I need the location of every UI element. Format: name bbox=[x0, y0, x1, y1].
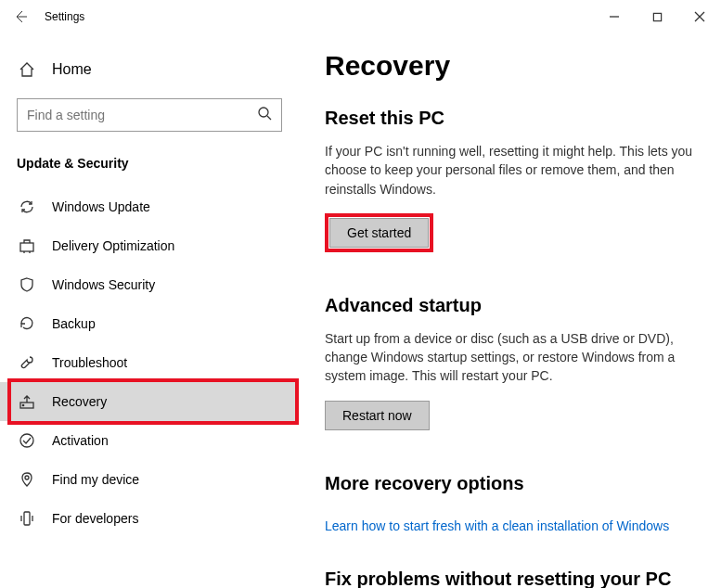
titlebar: Settings bbox=[0, 0, 721, 33]
sidebar-item-delivery-optimization[interactable]: Delivery Optimization bbox=[0, 226, 299, 265]
sidebar: Home Update & Security Windows Update De… bbox=[0, 33, 299, 588]
more-heading: More recovery options bbox=[325, 473, 693, 494]
wrench-icon bbox=[19, 354, 35, 371]
fix-heading: Fix problems without resetting your PC bbox=[325, 569, 693, 588]
sidebar-item-troubleshoot[interactable]: Troubleshoot bbox=[0, 343, 299, 382]
sidebar-item-label: Find my device bbox=[52, 472, 139, 487]
sidebar-item-label: Recovery bbox=[52, 394, 107, 409]
sidebar-item-recovery[interactable]: Recovery bbox=[0, 382, 299, 421]
search-input[interactable] bbox=[17, 98, 282, 132]
check-circle-icon bbox=[19, 432, 35, 449]
back-button[interactable] bbox=[11, 7, 30, 26]
reset-heading: Reset this PC bbox=[325, 108, 693, 129]
sync-icon bbox=[19, 198, 35, 215]
section-title: Update & Security bbox=[0, 148, 299, 187]
svg-rect-2 bbox=[20, 243, 33, 251]
page-title: Recovery bbox=[325, 50, 693, 82]
svg-rect-0 bbox=[653, 13, 661, 20]
search-icon bbox=[257, 106, 272, 124]
window-controls bbox=[593, 2, 721, 32]
highlight-annotation: Get started bbox=[325, 213, 433, 252]
sidebar-item-find-my-device[interactable]: Find my device bbox=[0, 460, 299, 499]
svg-point-4 bbox=[22, 404, 23, 405]
advanced-body: Start up from a device or disc (such as … bbox=[325, 329, 693, 386]
sidebar-item-windows-update[interactable]: Windows Update bbox=[0, 187, 299, 226]
main-content: Recovery Reset this PC If your PC isn't … bbox=[299, 33, 721, 588]
window-title: Settings bbox=[45, 10, 84, 23]
home-nav[interactable]: Home bbox=[0, 52, 299, 87]
fresh-install-link[interactable]: Learn how to start fresh with a clean in… bbox=[325, 518, 693, 533]
shield-icon bbox=[19, 276, 35, 293]
recovery-icon bbox=[19, 393, 35, 410]
close-button[interactable] bbox=[678, 2, 721, 32]
svg-rect-7 bbox=[24, 512, 30, 525]
restart-now-button[interactable]: Restart now bbox=[325, 401, 430, 430]
sidebar-item-label: Backup bbox=[52, 316, 96, 331]
location-icon bbox=[19, 471, 35, 488]
advanced-heading: Advanced startup bbox=[325, 295, 693, 316]
sidebar-item-activation[interactable]: Activation bbox=[0, 421, 299, 460]
maximize-button[interactable] bbox=[636, 2, 678, 32]
svg-point-6 bbox=[25, 476, 29, 479]
reset-body: If your PC isn't running well, resetting… bbox=[325, 142, 693, 198]
svg-point-5 bbox=[20, 434, 33, 447]
get-started-button[interactable]: Get started bbox=[329, 218, 429, 248]
sidebar-item-for-developers[interactable]: For developers bbox=[0, 499, 299, 538]
sidebar-item-backup[interactable]: Backup bbox=[0, 304, 299, 343]
sidebar-item-label: Delivery Optimization bbox=[52, 238, 174, 253]
sidebar-item-windows-security[interactable]: Windows Security bbox=[0, 265, 299, 304]
delivery-icon bbox=[19, 237, 35, 254]
svg-point-1 bbox=[259, 108, 268, 117]
backup-icon bbox=[19, 315, 35, 332]
minimize-button[interactable] bbox=[593, 2, 636, 32]
sidebar-item-label: Windows Security bbox=[52, 277, 155, 292]
sidebar-item-label: Activation bbox=[52, 433, 109, 448]
sidebar-item-label: Troubleshoot bbox=[52, 355, 127, 370]
home-label: Home bbox=[52, 61, 92, 78]
search-field[interactable] bbox=[27, 108, 257, 122]
sidebar-item-label: Windows Update bbox=[52, 199, 150, 214]
home-icon bbox=[19, 61, 35, 78]
sidebar-item-label: For developers bbox=[52, 511, 138, 526]
developer-icon bbox=[19, 510, 35, 527]
